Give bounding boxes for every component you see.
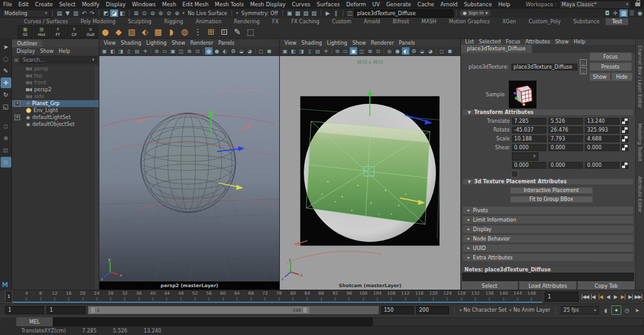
shelf-tab-custom[interactable]: Custom [326,18,358,25]
ae-menu-selected[interactable]: Selected [477,39,503,45]
paint-select-tool-icon[interactable]: ✎ [1,65,11,76]
outliner-item-defaultobjectset[interactable]: ◉defaultObjectSet [12,121,99,128]
grid-fill-icon[interactable]: ⊡ [218,26,230,38]
section-extra-attributes[interactable]: ▸Extra Attributes [462,253,634,262]
play-forwards-button[interactable]: ▶ [612,292,619,301]
anim-prefs-clock-icon[interactable]: ◷ [623,306,631,314]
ae-menu-show[interactable]: Show [553,39,571,45]
grid-icon[interactable]: ⊞ [153,47,160,55]
textured-icon[interactable]: ◐ [402,47,409,55]
attr-scale-x-field[interactable]: 10.188 [512,135,547,142]
two-pane-layout-icon[interactable]: ◫ [1,145,11,156]
viewport2-menu-show[interactable]: Show [350,40,368,46]
channel-box-icon[interactable]: ▥ [619,9,628,17]
step-forward-frame-button[interactable]: ▶| [627,292,634,301]
menu-arnold[interactable]: Arnold [437,1,461,8]
snap-point-icon[interactable]: ⊚ [148,9,157,17]
notes-field[interactable] [462,273,634,281]
fit-to-group-bbox-button[interactable]: Fit to Group BBox [510,196,593,203]
attr-shear-x-field[interactable]: 0.000 [512,144,547,151]
animation-end-field[interactable]: 200 [416,306,449,314]
menu-mesh-display[interactable]: Mesh Display [247,1,289,8]
attr-translate-y-field[interactable]: 5.526 [548,118,583,125]
chevron-down-icon[interactable]: ▾ [181,11,186,16]
viewport1-menu-panels[interactable]: Panels [216,40,236,46]
sidebar-tab-channel-box-layer-editor[interactable]: Channel Box / Layer Editor [637,45,643,108]
snap-view-icon[interactable]: ⊘ [165,9,173,17]
humanik-icon[interactable]: ✛ [611,9,619,17]
open-scene-icon[interactable]: ▼ [64,9,72,17]
workspace-dropdown[interactable]: Maya Classic* ▾ [559,1,631,9]
play-icon[interactable]: ▶ [324,9,332,17]
section-uuid[interactable]: ▸UUID [462,244,634,253]
outliner-item-side[interactable]: side [12,93,99,100]
outliner-item-persp2[interactable]: persp2 [12,86,99,93]
viewport2-menu-lighting[interactable]: Lighting [325,40,349,46]
viewport-shotcam[interactable]: ViewShadingLightingShowRendererPanels ▣◧… [280,39,460,290]
ae-menu-focus[interactable]: Focus [504,39,522,45]
isolate-select-icon[interactable]: ◻ [257,47,265,55]
expand-icon[interactable]: + [14,101,20,106]
curve-points-icon[interactable]: ⋮ [192,26,204,38]
wireframe-icon[interactable]: ◍ [205,47,213,55]
character-set-dropdown[interactable]: ▾No Character Set [460,307,507,313]
playback-options-icon[interactable]: ➤ [633,306,641,314]
shelf-tab-sculpting[interactable]: Sculpting [122,18,158,25]
film-gate-icon[interactable]: ▭ [161,47,169,55]
ae-menu-help[interactable]: Help [572,39,587,45]
step-back-key-button[interactable]: |◀ [597,292,604,301]
shelf-tab-rendering[interactable]: Rendering [228,18,266,25]
section-pivots[interactable]: ▸Pivots [462,206,634,215]
lock-camera-icon[interactable]: ◧ [289,47,297,55]
attr-rotate-axis-x-field[interactable]: 0.000 [512,162,547,169]
use-all-lights-icon[interactable]: ❂ [410,47,418,55]
menu-file[interactable]: File [0,1,15,8]
shelf-tab-custom-poly[interactable]: Custom_Poly [522,18,567,25]
2d-pan-zoom-icon[interactable]: ✛ [322,47,330,55]
select-tool-icon[interactable]: ➤ [1,42,11,52]
lock-camera-icon[interactable]: ◧ [109,47,116,55]
select-camera-icon[interactable]: ▣ [281,47,289,55]
attribute-editor-icon[interactable]: ☰ [628,9,636,17]
wireframe-sphere[interactable] [141,113,236,213]
center-pivot-icon[interactable]: ↟CP [67,25,82,38]
viewport2-canvas[interactable]: 3072 x 3072 [280,56,460,281]
select-camera-icon[interactable]: ▣ [101,47,108,55]
freeze-transform-icon[interactable]: ↟FT [50,25,65,38]
viewport2-menu-renderer[interactable]: Renderer [369,40,396,46]
outliner-item-env-light[interactable]: Env_Light [12,107,99,114]
outliner-menu-help[interactable]: Help [57,48,72,54]
section-transform-attributes[interactable]: ▼ Transform Attributes [462,109,634,116]
shelf-tab-substance[interactable]: Substance [567,18,606,25]
anim-snap-icon[interactable]: ◖ [601,306,610,314]
tool-settings-icon[interactable]: ◉ [636,9,644,17]
auto-keyframe-icon[interactable]: ✦ [611,305,621,315]
quick-selection-field[interactable]: place3dTexture_Diffuse [354,9,453,18]
time-slider[interactable]: 1 48121620242832364044485256606468727680… [0,290,644,303]
pin-tab-icon[interactable]: ◻ [580,59,587,66]
snap-surface-icon[interactable]: ⊕ [173,9,181,17]
menu-modify[interactable]: Modify [79,1,103,8]
interactive-placement-button[interactable]: Interactive Placement [510,187,593,194]
menu-uv[interactable]: UV [369,1,383,8]
snap-grid-icon[interactable]: ⊞ [132,9,140,17]
range-left-grip[interactable] [91,307,96,314]
redo-icon[interactable]: ↷ [88,9,96,17]
image-plane-icon[interactable]: ▤ [133,47,141,55]
outliner-persp-layout-icon[interactable]: ▥ [1,157,11,168]
use-all-lights-icon[interactable]: ❂ [230,47,237,55]
undo-icon[interactable]: ↶ [80,9,88,17]
menu-edit-mesh[interactable]: Edit Mesh [179,1,212,8]
range-right-grip[interactable] [303,307,308,314]
rotate-order-dropdown[interactable]: ▾ [512,152,538,161]
range-slider-track[interactable]: 1 150 [88,306,379,314]
four-pane-layout-icon[interactable]: ⊞ [1,133,11,144]
menu-help[interactable]: Help [495,1,513,8]
pencil-curve-icon[interactable]: ✎ [231,26,243,38]
viewport-persp2[interactable]: ViewShadingLightingShowRendererPanels ▣◧… [99,39,280,290]
ae-menu-list[interactable]: List [464,39,476,45]
shelf-tab-poly-modeling[interactable]: Poly Modeling [74,18,121,25]
ae-menu-attributes[interactable]: Attributes [523,39,552,45]
viewport1-menu-shading[interactable]: Shading [119,40,143,46]
ambient-occlusion-icon[interactable]: ◕ [426,47,434,55]
